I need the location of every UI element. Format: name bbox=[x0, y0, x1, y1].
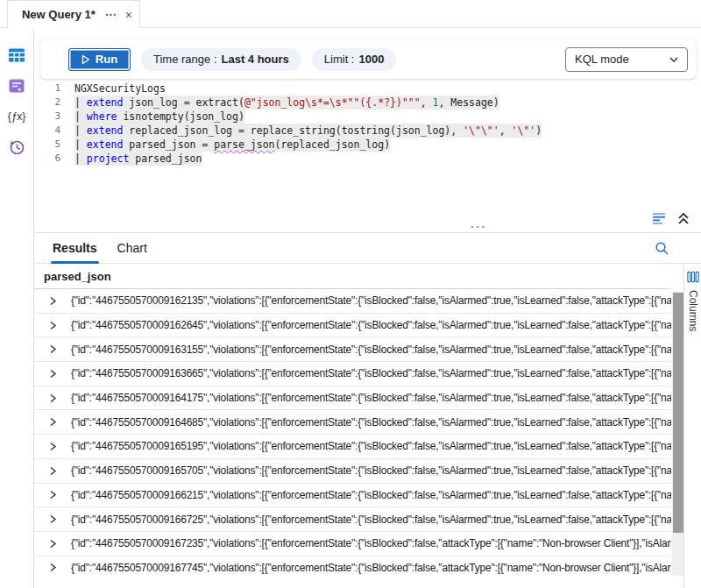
code-line: 4| extend replaced_json_log = replace_st… bbox=[34, 124, 696, 138]
query-mode-select[interactable]: KQL mode bbox=[565, 47, 688, 72]
time-range-label: Time range : bbox=[153, 53, 217, 66]
table-row[interactable]: {"id":"4467550570009163155","violations"… bbox=[34, 337, 671, 362]
recall-results-icon[interactable] bbox=[650, 209, 668, 227]
kusto-web-explorer: New Query 1* ⋯ × + Save Share ⋯ bbox=[0, 0, 701, 588]
query-tab-title: New Query 1* bbox=[22, 8, 96, 21]
code-lines: 1NGXSecurityLogs2| extend json_log = ext… bbox=[34, 81, 696, 166]
tab-more-options[interactable]: ⋯ bbox=[105, 8, 117, 21]
limit-value: 1000 bbox=[358, 53, 384, 66]
code-line: 1NGXSecurityLogs bbox=[34, 81, 696, 96]
row-expand-icon[interactable] bbox=[49, 514, 57, 524]
functions-icon[interactable]: {ƒx} bbox=[8, 108, 25, 125]
results-rows: {"id":"4467550570009162135","violations"… bbox=[34, 289, 671, 576]
search-icon[interactable] bbox=[655, 241, 669, 256]
table-row[interactable]: {"id":"4467550570009165705","violations"… bbox=[34, 459, 671, 484]
table-row[interactable]: {"id":"4467550570009166215","violations"… bbox=[34, 484, 671, 508]
row-expand-icon[interactable] bbox=[49, 296, 57, 306]
row-json-text: {"id":"4467550570009166725","violations"… bbox=[71, 514, 671, 526]
row-json-text: {"id":"4467550570009162645","violations"… bbox=[71, 319, 671, 331]
vertical-scrollbar[interactable] bbox=[672, 291, 683, 576]
query-pane: Run Time range : Last 4 hours Limit : 10… bbox=[34, 28, 701, 588]
line-number: 1 bbox=[34, 81, 60, 96]
columns-panel-toggle[interactable]: Columns bbox=[683, 264, 701, 588]
line-number: 2 bbox=[34, 96, 60, 110]
row-expand-icon[interactable] bbox=[49, 466, 57, 476]
query-history-icon[interactable] bbox=[8, 138, 25, 156]
code-line: 3| where isnotempty(json_log) bbox=[34, 110, 696, 124]
run-button[interactable]: Run bbox=[68, 48, 131, 71]
row-expand-icon[interactable] bbox=[49, 442, 57, 451]
table-row[interactable]: {"id":"4467550570009167745","violations"… bbox=[34, 556, 671, 576]
query-tab[interactable]: New Query 1* ⋯ × bbox=[7, 0, 140, 28]
run-label: Run bbox=[96, 53, 117, 66]
row-json-text: {"id":"4467550570009165195","violations"… bbox=[71, 440, 671, 452]
line-number: 6 bbox=[34, 152, 60, 166]
pane-splitter-handle[interactable]: ··· bbox=[471, 220, 487, 233]
vertical-scrollbar-thumb[interactable] bbox=[673, 293, 683, 533]
row-expand-icon[interactable] bbox=[49, 563, 57, 572]
table-row[interactable]: {"id":"4467550570009167235","violations"… bbox=[34, 532, 671, 556]
time-range-value: Last 4 hours bbox=[222, 53, 289, 66]
row-expand-icon[interactable] bbox=[49, 369, 57, 379]
connections-table-icon[interactable] bbox=[8, 46, 25, 64]
editor-actions bbox=[650, 209, 692, 227]
line-number: 3 bbox=[34, 110, 60, 124]
table-row[interactable]: {"id":"4467550570009166725","violations"… bbox=[34, 507, 671, 532]
row-json-text: {"id":"4467550570009164175","violations"… bbox=[71, 392, 671, 404]
tab-close-icon[interactable]: × bbox=[125, 8, 132, 22]
mode-chevron-down-icon bbox=[669, 57, 678, 62]
table-row[interactable]: {"id":"4467550570009165195","violations"… bbox=[34, 435, 671, 459]
code-line: 2| extend json_log = extract(@"json_log\… bbox=[34, 96, 696, 110]
run-play-icon bbox=[81, 54, 90, 65]
row-json-text: {"id":"4467550570009167235","violations"… bbox=[71, 537, 671, 549]
row-json-text: {"id":"4467550570009167745","violations"… bbox=[71, 562, 671, 574]
tab-results[interactable]: Results bbox=[51, 233, 99, 264]
collapse-editor-icon[interactable] bbox=[675, 209, 692, 227]
row-expand-icon[interactable] bbox=[49, 417, 57, 427]
table-row[interactable]: {"id":"4467550570009163665","violations"… bbox=[34, 362, 671, 386]
saved-scripts-icon[interactable] bbox=[8, 77, 25, 95]
table-row[interactable]: {"id":"4467550570009164175","violations"… bbox=[34, 386, 671, 411]
row-json-text: {"id":"4467550570009164685","violations"… bbox=[71, 416, 671, 429]
column-header-parsed-json[interactable]: parsed_json bbox=[34, 264, 671, 289]
row-json-text: {"id":"4467550570009162135","violations"… bbox=[71, 294, 671, 307]
line-number: 5 bbox=[34, 138, 60, 152]
row-json-text: {"id":"4467550570009166215","violations"… bbox=[71, 489, 671, 501]
code-line: 6| project parsed_json bbox=[34, 152, 696, 166]
row-expand-icon[interactable] bbox=[49, 539, 57, 549]
row-expand-icon[interactable] bbox=[49, 321, 57, 330]
row-json-text: {"id":"4467550570009163155","violations"… bbox=[71, 344, 671, 356]
left-rail: {ƒx} bbox=[0, 28, 34, 588]
code-line: 5| extend parsed_json = parse_json(repla… bbox=[34, 138, 696, 152]
row-json-text: {"id":"4467550570009165705","violations"… bbox=[71, 464, 671, 477]
columns-icon bbox=[687, 271, 699, 283]
results-pane: Results Chart parsed_json {"id":"4467550… bbox=[34, 233, 701, 588]
row-expand-icon[interactable] bbox=[49, 344, 57, 354]
line-number: 4 bbox=[34, 124, 60, 138]
query-editor[interactable]: 1NGXSecurityLogs2| extend json_log = ext… bbox=[34, 81, 696, 213]
time-range-picker[interactable]: Time range : Last 4 hours bbox=[141, 48, 301, 71]
results-tab-bar: Results Chart bbox=[34, 233, 701, 264]
table-row[interactable]: {"id":"4467550570009162135","violations"… bbox=[34, 289, 671, 314]
row-expand-icon[interactable] bbox=[49, 393, 57, 403]
row-json-text: {"id":"4467550570009163665","violations"… bbox=[71, 367, 671, 379]
tab-chart[interactable]: Chart bbox=[116, 233, 149, 264]
query-toolbar: Run Time range : Last 4 hours Limit : 10… bbox=[40, 39, 696, 79]
limit-picker[interactable]: Limit : 1000 bbox=[312, 48, 397, 71]
table-row[interactable]: {"id":"4467550570009162645","violations"… bbox=[34, 314, 671, 338]
limit-label: Limit : bbox=[324, 53, 355, 66]
row-expand-icon[interactable] bbox=[49, 490, 57, 499]
columns-panel-label: Columns bbox=[687, 290, 699, 331]
query-mode-value: KQL mode bbox=[575, 53, 669, 66]
adx-logo-icon bbox=[15, 8, 16, 22]
table-row[interactable]: {"id":"4467550570009164685","violations"… bbox=[34, 410, 671, 435]
